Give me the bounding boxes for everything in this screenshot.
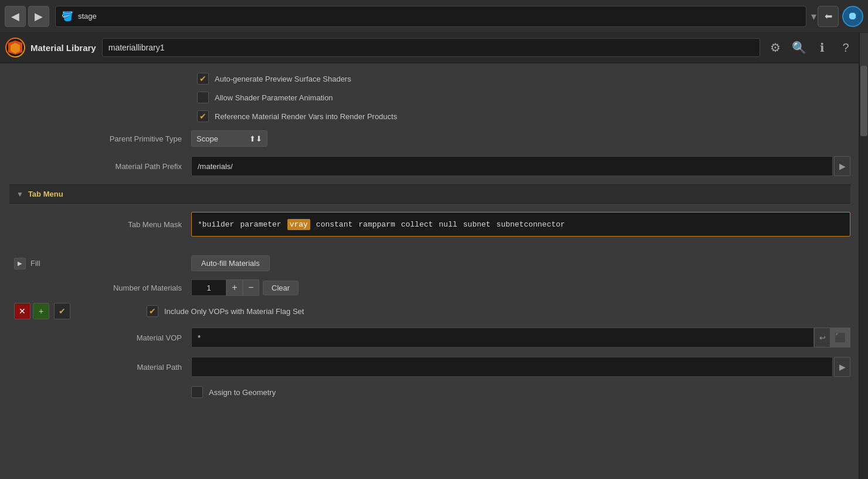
fill-expand-button[interactable]: ▶	[14, 258, 26, 269]
record-icon: ⏺	[847, 10, 858, 22]
scrollbar[interactable]	[860, 66, 868, 479]
material-vop-revert-button[interactable]: ↩	[814, 328, 830, 348]
header-bar: Material Library ⚙ 🔍 ℹ ?	[0, 33, 860, 63]
num-materials-input[interactable]	[191, 279, 226, 296]
material-vop-control: ↩ ⬛	[191, 328, 850, 348]
material-path-row: Material Path ▶	[9, 352, 850, 382]
controls-row: ✕ + ✔ Include Only VOPs with Material Fl…	[9, 299, 850, 323]
tab-word-subnetconnector: subnetconnector	[496, 220, 565, 229]
fill-row: ▶ Fill Auto-fill Materials	[9, 251, 850, 276]
houdini-logo	[5, 38, 25, 58]
num-increase-button[interactable]: +	[226, 279, 243, 296]
main-panel: Material Library ⚙ 🔍 ℹ ? Auto-generate P…	[0, 33, 860, 479]
search-button[interactable]: 🔍	[789, 38, 808, 57]
dropdown-arrow-icon: ⬆⬇	[249, 134, 262, 143]
header-title: Material Library	[30, 43, 96, 53]
pin-icon: ⬅	[825, 11, 832, 22]
material-path-input[interactable]	[191, 357, 833, 377]
delete-row-button[interactable]: ✕	[14, 303, 30, 319]
nav-right-icons: ⬅ ⏺	[818, 6, 863, 27]
add-icon: +	[39, 306, 43, 316]
material-path-prefix-arrow-button[interactable]: ▶	[834, 156, 850, 176]
tab-word-constant: constant	[316, 220, 352, 229]
checkbox-row-auto-generate: Auto-generate Preview Surface Shaders	[9, 69, 850, 88]
checkbox-include-vops-label: Include Only VOPs with Material Flag Set	[164, 307, 304, 316]
material-vop-row: Material VOP ↩ ⬛	[9, 323, 850, 352]
material-path-arrow-button[interactable]: ▶	[834, 357, 850, 377]
tab-menu-mask-control: *builder parameter vray constant ramppar…	[191, 212, 850, 237]
checkbox-reference-label: Reference Material Render Vars into Rend…	[215, 112, 397, 121]
material-vop-label: Material VOP	[9, 333, 191, 342]
material-path-prefix-input[interactable]	[191, 156, 833, 176]
fill-label-area: ▶ Fill	[9, 258, 191, 269]
nav-bar: ◀ ▶ 🪣 stage ▾ ⬅ ⏺	[0, 0, 868, 33]
parent-primitive-dropdown[interactable]: Scope ⬆⬇	[191, 130, 267, 147]
assign-geometry-row: Assign to Geometry	[9, 382, 850, 403]
record-button[interactable]: ⏺	[842, 6, 863, 27]
section-collapse-icon: ▼	[16, 190, 23, 198]
tab-word-parameter: parameter	[240, 220, 281, 229]
num-decrease-button[interactable]: −	[243, 279, 259, 296]
scrollbar-thumb[interactable]	[860, 66, 867, 136]
checkbox-reference[interactable]	[197, 110, 209, 122]
material-path-label: Material Path	[9, 363, 191, 372]
node-name-input[interactable]	[102, 38, 760, 57]
checkbox-auto-generate[interactable]	[197, 73, 209, 85]
checkbox-allow-shader-label: Allow Shader Parameter Animation	[215, 93, 333, 102]
check-icon: ✔	[59, 306, 66, 316]
add-row-button[interactable]: +	[33, 303, 49, 319]
material-path-prefix-row: Material Path Prefix ▶	[9, 151, 850, 181]
tab-word-vray: vray	[287, 219, 310, 230]
material-vop-input[interactable]	[191, 328, 814, 348]
tab-menu-mask-row: Tab Menu Mask *builder parameter vray co…	[9, 207, 850, 241]
tab-word-rampparm: rampparm	[358, 220, 395, 229]
header-actions: ⚙ 🔍 ℹ ?	[766, 38, 855, 57]
path-display: 🪣 stage	[55, 6, 806, 27]
parent-primitive-label: Parent Primitive Type	[9, 134, 191, 143]
material-path-control: ▶	[191, 357, 850, 377]
dropdown-value: Scope	[196, 134, 218, 143]
pin-button[interactable]: ⬅	[818, 6, 839, 27]
nav-chevron-icon: ▾	[811, 10, 816, 23]
material-path-prefix-label: Material Path Prefix	[9, 162, 191, 171]
num-materials-label: Number of Materials	[9, 284, 191, 292]
gear-button[interactable]: ⚙	[766, 38, 785, 57]
delete-icon: ✕	[19, 306, 26, 316]
parent-primitive-control: Scope ⬆⬇	[191, 130, 850, 147]
checkbox-row-allow-shader: Allow Shader Parameter Animation	[9, 88, 850, 107]
checkbox-assign-geometry-label: Assign to Geometry	[209, 388, 276, 397]
checkbox-assign-geometry[interactable]	[191, 386, 203, 398]
tab-menu-section-header[interactable]: ▼ Tab Menu	[9, 184, 850, 204]
fill-label: Fill	[30, 259, 40, 268]
material-library-icon	[5, 37, 26, 58]
checkbox-allow-shader[interactable]	[197, 92, 209, 103]
material-vop-buttons: ↩ ⬛	[814, 328, 850, 348]
parent-primitive-row: Parent Primitive Type Scope ⬆⬇	[9, 126, 850, 151]
row-icon-buttons: ✕ + ✔	[14, 303, 70, 319]
main-content: Auto-generate Preview Surface Shaders Al…	[0, 63, 860, 409]
path-text: stage	[78, 12, 97, 21]
forward-button[interactable]: ▶	[28, 6, 49, 27]
material-path-prefix-control: ▶	[191, 156, 850, 176]
tab-word-subnet: subnet	[463, 220, 491, 229]
tab-menu-mask-input[interactable]: *builder parameter vray constant ramppar…	[191, 212, 850, 237]
tab-word-builder: *builder	[198, 220, 234, 229]
tab-menu-mask-label: Tab Menu Mask	[9, 220, 191, 229]
back-button[interactable]: ◀	[5, 6, 26, 27]
tab-word-collect: collect	[401, 220, 433, 229]
path-icon: 🪣	[62, 11, 73, 22]
material-vop-pick-button[interactable]: ⬛	[830, 328, 850, 348]
content-wrapper: Material Library ⚙ 🔍 ℹ ? Auto-generate P…	[0, 33, 868, 479]
info-button[interactable]: ℹ	[813, 38, 832, 57]
check-row-button[interactable]: ✔	[54, 303, 70, 319]
checkbox-row-reference: Reference Material Render Vars into Rend…	[9, 107, 850, 126]
auto-fill-button[interactable]: Auto-fill Materials	[191, 255, 270, 271]
clear-button[interactable]: Clear	[263, 281, 299, 295]
tab-word-null: null	[439, 220, 457, 229]
checkbox-include-vops[interactable]	[147, 305, 158, 317]
tab-menu-section-title: Tab Menu	[28, 190, 63, 198]
help-button[interactable]: ?	[836, 38, 855, 57]
include-vops-row: Include Only VOPs with Material Flag Set	[147, 305, 304, 317]
material-vop-input-group	[191, 328, 814, 348]
checkbox-auto-generate-label: Auto-generate Preview Surface Shaders	[215, 75, 351, 83]
